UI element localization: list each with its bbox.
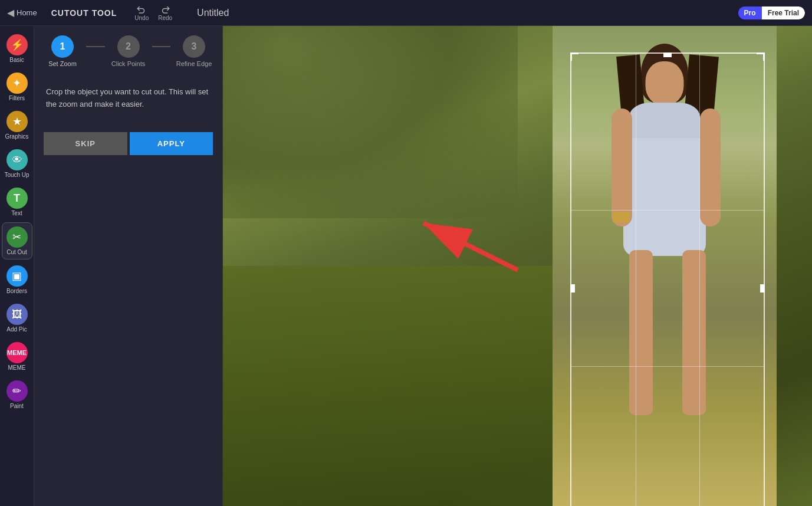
paint-icon: ✏ — [6, 380, 28, 402]
step-3-circle: 3 — [183, 35, 205, 58]
step-2-number: 2 — [126, 41, 131, 52]
addpic-label: Add Pic — [6, 326, 27, 333]
home-label: Home — [17, 8, 37, 17]
cutout-panel: 1 Set Zoom 2 Click Points 3 Refine Edge — [34, 26, 223, 506]
touchup-label: Touch Up — [4, 172, 29, 178]
main-content: ⚡ Basic ✦ Filters ★ Graphics 👁 Touch Up … — [0, 26, 812, 506]
sidebar-item-cutout[interactable]: ✂ Cut Out — [2, 222, 32, 259]
cutout-label: Cut Out — [6, 249, 27, 255]
sidebar-item-meme[interactable]: MEME MEME — [2, 339, 32, 374]
crop-handle-tr[interactable] — [757, 52, 765, 61]
topbar: ◀ Home CUTOUT TOOL Undo Redo Untitled Pr… — [0, 0, 812, 26]
step-3: 3 Refine Edge — [170, 35, 218, 67]
crop-handle-top[interactable] — [663, 52, 672, 57]
pro-label: Pro — [738, 6, 762, 19]
redo-label: Redo — [158, 15, 172, 21]
undo-label: Undo — [134, 15, 149, 21]
step-connector-2 — [152, 46, 171, 47]
meme-icon: MEME — [6, 342, 28, 363]
redo-button[interactable]: Redo — [154, 3, 176, 22]
sidebar-item-basic[interactable]: ⚡ Basic — [2, 31, 32, 67]
meme-label: MEME — [8, 364, 26, 371]
undo-redo-group: Undo Redo — [131, 3, 176, 22]
tool-title: CUTOUT TOOL — [51, 8, 117, 18]
crop-handle-left[interactable] — [570, 284, 575, 293]
crop-handle-right[interactable] — [760, 284, 765, 293]
step-2: 2 Click Points — [105, 35, 152, 67]
step-3-label: Refine Edge — [176, 60, 212, 67]
touchup-icon: 👁 — [6, 149, 28, 170]
crop-box[interactable] — [570, 52, 765, 506]
step-3-number: 3 — [192, 41, 197, 52]
step-2-circle: 2 — [117, 35, 140, 58]
home-arrow-icon: ◀ — [7, 7, 14, 18]
sidebar-item-borders[interactable]: ▣ Borders — [2, 262, 32, 298]
grass-area — [223, 266, 606, 506]
sidebar-item-addpic[interactable]: 🖼 Add Pic — [2, 300, 32, 336]
pro-badge[interactable]: Pro Free Trial — [738, 6, 805, 19]
paint-label: Paint — [10, 403, 24, 409]
skip-button[interactable]: SKIP — [44, 132, 127, 155]
basic-label: Basic — [9, 57, 24, 63]
borders-icon: ▣ — [6, 265, 28, 287]
step-connector-1 — [86, 46, 105, 47]
addpic-icon: 🖼 — [6, 304, 28, 325]
canvas-area[interactable] — [223, 26, 812, 506]
step-1: 1 Set Zoom — [39, 35, 86, 67]
borders-label: Borders — [6, 288, 27, 294]
sidebar: ⚡ Basic ✦ Filters ★ Graphics 👁 Touch Up … — [0, 26, 34, 506]
grid-line-h1 — [571, 210, 764, 211]
crop-handle-tl[interactable] — [570, 52, 578, 61]
sidebar-item-text[interactable]: T Text — [2, 184, 32, 220]
graphics-label: Graphics — [5, 133, 28, 140]
undo-button[interactable]: Undo — [131, 3, 152, 22]
apply-button[interactable]: APPLY — [130, 132, 213, 155]
action-buttons: SKIP APPLY — [34, 125, 222, 162]
text-label: Text — [11, 210, 22, 216]
sidebar-item-graphics[interactable]: ★ Graphics — [2, 107, 32, 143]
instructions: Crop the object you want to cut out. Thi… — [34, 77, 222, 120]
text-icon: T — [6, 188, 28, 209]
step-2-label: Click Points — [111, 60, 145, 67]
sidebar-item-filters[interactable]: ✦ Filters — [2, 69, 32, 105]
grid-line-v1 — [636, 54, 636, 506]
sidebar-item-touchup[interactable]: 👁 Touch Up — [2, 146, 32, 182]
document-title: Untitled — [197, 8, 229, 18]
graphics-icon: ★ — [6, 111, 28, 132]
grid-line-v2 — [699, 54, 700, 506]
grid-line-h2 — [571, 366, 764, 367]
filters-icon: ✦ — [6, 73, 28, 94]
step-1-label: Set Zoom — [48, 60, 77, 67]
basic-icon: ⚡ — [6, 34, 28, 55]
filters-label: Filters — [9, 95, 25, 101]
step-1-number: 1 — [60, 41, 65, 52]
redo-icon — [160, 4, 170, 15]
step-1-circle: 1 — [51, 35, 74, 58]
cutout-icon: ✂ — [6, 226, 28, 248]
steps-bar: 1 Set Zoom 2 Click Points 3 Refine Edge — [34, 26, 222, 77]
foliage-overlay — [223, 26, 518, 218]
undo-icon — [136, 4, 147, 15]
instructions-text: Crop the object you want to cut out. Thi… — [46, 87, 208, 109]
sidebar-item-paint[interactable]: ✏ Paint — [2, 377, 32, 413]
home-button[interactable]: ◀ Home — [7, 7, 37, 18]
free-trial-label: Free Trial — [762, 6, 805, 19]
